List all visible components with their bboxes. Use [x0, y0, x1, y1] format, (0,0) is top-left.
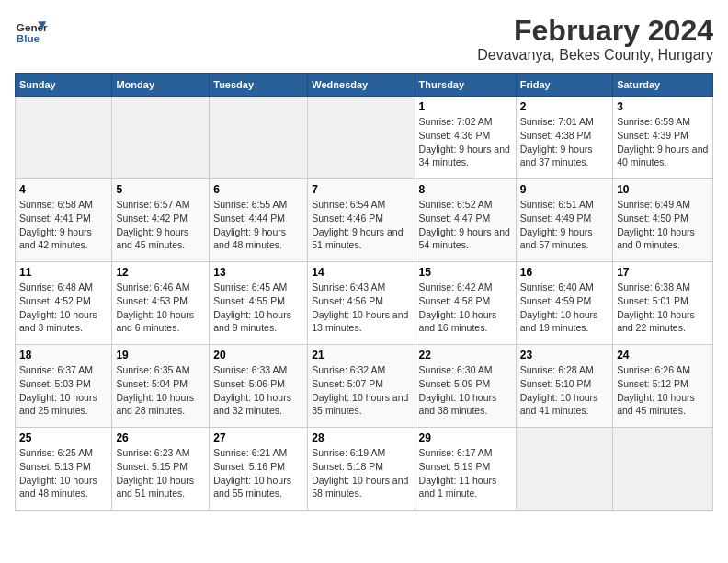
- day-number: 17: [617, 266, 709, 279]
- day-number: 26: [116, 431, 205, 444]
- day-info: Sunset: 4:46 PM: [312, 212, 410, 225]
- day-info: Sunrise: 6:43 AM: [312, 281, 410, 294]
- day-info: Sunrise: 6:33 AM: [213, 363, 303, 377]
- calendar-body: 1Sunrise: 7:02 AMSunset: 4:36 PMDaylight…: [16, 97, 713, 511]
- day-info: Daylight: 10 hours and 3 minutes.: [19, 308, 108, 335]
- day-number: 7: [312, 183, 410, 196]
- day-info: Daylight: 10 hours and 28 minutes.: [116, 391, 205, 418]
- day-number: 5: [116, 183, 205, 196]
- day-info: Sunrise: 6:32 AM: [312, 363, 410, 377]
- day-info: Sunrise: 6:25 AM: [19, 446, 108, 460]
- day-info: Daylight: 10 hours and 35 minutes.: [312, 391, 410, 418]
- day-number: 28: [312, 431, 410, 444]
- calendar-cell: [308, 97, 415, 179]
- day-info: Sunrise: 6:30 AM: [419, 363, 512, 377]
- day-info: Daylight: 9 hours and 42 minutes.: [19, 225, 108, 252]
- calendar-day-header: Friday: [516, 74, 612, 97]
- calendar-cell: [613, 428, 713, 511]
- day-number: 22: [419, 349, 512, 362]
- calendar-cell: 22Sunrise: 6:30 AMSunset: 5:09 PMDayligh…: [415, 345, 516, 428]
- day-info: Sunset: 4:38 PM: [520, 129, 609, 143]
- calendar-week-row: 1Sunrise: 7:02 AMSunset: 4:36 PMDaylight…: [16, 97, 713, 179]
- day-info: Sunrise: 6:48 AM: [19, 281, 108, 294]
- day-number: 3: [617, 100, 709, 113]
- day-number: 2: [520, 100, 609, 113]
- day-info: Sunset: 4:39 PM: [617, 129, 709, 143]
- day-info: Daylight: 10 hours and 25 minutes.: [19, 391, 108, 418]
- day-info: Sunset: 4:53 PM: [116, 294, 205, 308]
- day-info: Sunrise: 6:54 AM: [312, 198, 410, 212]
- day-info: Daylight: 10 hours and 13 minutes.: [312, 308, 410, 335]
- svg-text:Blue: Blue: [17, 32, 40, 44]
- calendar-day-header: Saturday: [613, 74, 713, 97]
- day-info: Daylight: 10 hours and 48 minutes.: [19, 474, 108, 500]
- day-number: 11: [19, 266, 108, 279]
- day-info: Daylight: 9 hours and 37 minutes.: [520, 143, 609, 169]
- day-info: Sunrise: 7:02 AM: [419, 115, 512, 129]
- calendar-cell: 11Sunrise: 6:48 AMSunset: 4:52 PMDayligh…: [16, 262, 112, 345]
- day-info: Sunset: 4:47 PM: [419, 212, 512, 225]
- day-number: 15: [419, 266, 512, 279]
- page-subtitle: Devavanya, Bekes County, Hungary: [477, 47, 713, 63]
- day-info: Sunset: 4:49 PM: [520, 212, 609, 225]
- day-info: Sunset: 4:52 PM: [19, 294, 108, 308]
- day-info: Daylight: 10 hours and 38 minutes.: [419, 391, 512, 418]
- calendar-cell: 2Sunrise: 7:01 AMSunset: 4:38 PMDaylight…: [516, 97, 612, 179]
- day-info: Sunrise: 6:57 AM: [116, 198, 205, 212]
- day-info: Sunrise: 6:38 AM: [617, 281, 709, 294]
- calendar-cell: 24Sunrise: 6:26 AMSunset: 5:12 PMDayligh…: [613, 345, 713, 428]
- day-number: 20: [213, 349, 303, 362]
- day-info: Sunrise: 6:42 AM: [419, 281, 512, 294]
- day-info: Sunset: 5:07 PM: [312, 377, 410, 391]
- day-number: 19: [116, 349, 205, 362]
- day-number: 21: [312, 349, 410, 362]
- day-info: Sunset: 5:01 PM: [617, 294, 709, 308]
- day-info: Sunrise: 6:52 AM: [419, 198, 512, 212]
- day-number: 27: [213, 431, 303, 444]
- day-info: Sunset: 5:15 PM: [116, 460, 205, 474]
- day-number: 8: [419, 183, 512, 196]
- day-number: 4: [19, 183, 108, 196]
- day-info: Sunrise: 6:58 AM: [19, 198, 108, 212]
- day-info: Sunset: 4:58 PM: [419, 294, 512, 308]
- day-number: 16: [520, 266, 609, 279]
- calendar-cell: 8Sunrise: 6:52 AMSunset: 4:47 PMDaylight…: [415, 179, 516, 262]
- calendar-cell: 20Sunrise: 6:33 AMSunset: 5:06 PMDayligh…: [210, 345, 308, 428]
- calendar-cell: 26Sunrise: 6:23 AMSunset: 5:15 PMDayligh…: [112, 428, 210, 511]
- calendar-day-header: Tuesday: [210, 74, 308, 97]
- day-number: 12: [116, 266, 205, 279]
- calendar-cell: 21Sunrise: 6:32 AMSunset: 5:07 PMDayligh…: [308, 345, 415, 428]
- day-info: Sunrise: 6:51 AM: [520, 198, 609, 212]
- day-info: Sunset: 4:42 PM: [116, 212, 205, 225]
- day-info: Sunrise: 6:19 AM: [312, 446, 410, 460]
- calendar-cell: 16Sunrise: 6:40 AMSunset: 4:59 PMDayligh…: [516, 262, 612, 345]
- day-info: Daylight: 9 hours and 45 minutes.: [116, 225, 205, 252]
- day-number: 23: [520, 349, 609, 362]
- day-info: Sunset: 4:44 PM: [213, 212, 303, 225]
- calendar-cell: 25Sunrise: 6:25 AMSunset: 5:13 PMDayligh…: [16, 428, 112, 511]
- calendar-cell: 9Sunrise: 6:51 AMSunset: 4:49 PMDaylight…: [516, 179, 612, 262]
- calendar-day-header: Sunday: [16, 74, 112, 97]
- day-info: Daylight: 10 hours and 32 minutes.: [213, 391, 303, 418]
- day-number: 1: [419, 100, 512, 113]
- day-info: Sunset: 5:06 PM: [213, 377, 303, 391]
- day-number: 9: [520, 183, 609, 196]
- day-info: Daylight: 10 hours and 51 minutes.: [116, 474, 205, 500]
- calendar-day-header: Thursday: [415, 74, 516, 97]
- day-info: Daylight: 11 hours and 1 minute.: [419, 474, 512, 500]
- logo-icon: General Blue: [15, 15, 48, 48]
- calendar-cell: 15Sunrise: 6:42 AMSunset: 4:58 PMDayligh…: [415, 262, 516, 345]
- calendar-table: SundayMondayTuesdayWednesdayThursdayFrid…: [15, 73, 713, 511]
- day-info: Daylight: 10 hours and 45 minutes.: [617, 391, 709, 418]
- calendar-header-row: SundayMondayTuesdayWednesdayThursdayFrid…: [16, 74, 713, 97]
- day-info: Daylight: 10 hours and 16 minutes.: [419, 308, 512, 335]
- day-info: Sunrise: 6:17 AM: [419, 446, 512, 460]
- day-info: Sunset: 5:19 PM: [419, 460, 512, 474]
- day-info: Sunset: 5:10 PM: [520, 377, 609, 391]
- day-info: Daylight: 9 hours and 40 minutes.: [617, 143, 709, 169]
- day-info: Sunrise: 6:40 AM: [520, 281, 609, 294]
- calendar-cell: 27Sunrise: 6:21 AMSunset: 5:16 PMDayligh…: [210, 428, 308, 511]
- day-info: Sunrise: 6:46 AM: [116, 281, 205, 294]
- calendar-cell: [112, 97, 210, 179]
- page-header: General Blue February 2024 Devavanya, Be…: [15, 15, 713, 63]
